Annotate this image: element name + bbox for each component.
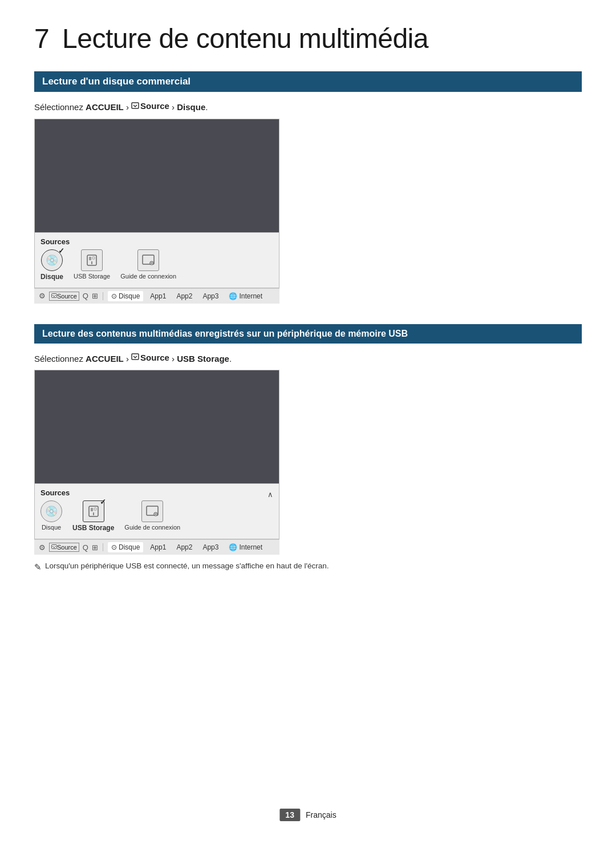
taskbar-disc-label-2: Disque (119, 543, 140, 551)
chapter-title: 7 Lecture de contenu multimédia (34, 23, 582, 54)
taskbar-divider-1 (103, 292, 103, 300)
taskbar-internet-label-1: Internet (239, 292, 262, 300)
usb-svg-2 (87, 505, 100, 518)
taskbar-internet-btn-1[interactable]: 🌐 Internet (225, 291, 266, 301)
section-1-header: Lecture d'un disque commercial (34, 71, 582, 92)
taskbar-disc-btn-1[interactable]: ⊙ Disque (108, 291, 143, 301)
taskbar-1: ⚙ Source Q ⊞ ⊙ Disque App1 App2 App3 🌐 I… (34, 288, 279, 304)
usb-label-1: USB Storage (74, 273, 110, 280)
taskbar-divider-2 (103, 543, 103, 551)
taskbar-source-text-2: Source (57, 544, 77, 551)
guide-svg-2 (145, 505, 159, 518)
section-1: Lecture d'un disque commercial Sélection… (34, 71, 582, 304)
section-2: Lecture des contenus multimédias enregis… (34, 324, 582, 573)
up-arrow-indicator: ∧ (268, 490, 273, 499)
source-item-usb-1[interactable]: USB Storage (74, 249, 110, 280)
taskbar-internet-btn-2[interactable]: 🌐 Internet (225, 542, 266, 552)
usb-icon-2: ✓ (83, 500, 104, 522)
svg-rect-0 (132, 103, 139, 108)
section-1-instruction: Sélectionnez ACCUEIL › Source › Disque. (34, 101, 582, 112)
sources-label-2: Sources (40, 488, 70, 497)
disc-icon-1: 💿 ✓ (41, 249, 63, 271)
taskbar-disc-icon-2: ⊙ (111, 543, 117, 551)
source-item-guide-1[interactable]: Guide de connexion (120, 249, 176, 280)
taskbar-2: ⚙ Source Q ⊞ ⊙ Disque App1 App2 App3 🌐 I… (34, 539, 279, 555)
guide-label-1: Guide de connexion (120, 273, 176, 280)
taskbar-disc-icon-1: ⊙ (111, 292, 117, 300)
checkmark-1: ✓ (58, 247, 64, 255)
section-2-header: Lecture des contenus multimédias enregis… (34, 324, 582, 344)
taskbar-search-icon-2: Q (83, 543, 88, 552)
tv-screen-2-container: Sources ∧ 💿 Disque (34, 370, 279, 555)
taskbar-disc-btn-2[interactable]: ⊙ Disque (108, 542, 143, 552)
source-item-guide-2[interactable]: Guide de connexion (124, 500, 180, 531)
taskbar-source-box-1[interactable]: Source (49, 292, 79, 301)
section-2-instruction: Sélectionnez ACCUEIL › Source › USB Stor… (34, 353, 582, 364)
sources-row-1: 💿 ✓ Disque USB Storag (40, 249, 273, 281)
source-icon-inline (131, 102, 139, 110)
taskbar-source-icon-2 (51, 544, 57, 550)
disc-label-2: Disque (42, 524, 61, 531)
taskbar-source-text-1: Source (57, 293, 77, 300)
tv-screen-1 (34, 119, 279, 233)
taskbar-source-icon-1 (51, 293, 57, 299)
taskbar-internet-label-2: Internet (239, 543, 262, 551)
guide-label-2: Guide de connexion (124, 524, 180, 531)
svg-rect-12 (91, 508, 93, 511)
usb-icon-1 (81, 249, 103, 271)
tv-bottom-bar-1: Sources 💿 ✓ Disque (34, 233, 279, 288)
source-item-usb-2[interactable]: ✓ USB Storage (72, 500, 114, 532)
svg-rect-10 (132, 354, 139, 360)
source-icon-inline-2 (131, 353, 139, 361)
taskbar-app1-btn-1[interactable]: App1 (147, 291, 169, 301)
disc-icon-2: 💿 (40, 500, 62, 522)
taskbar-internet-icon-1: 🌐 (229, 292, 237, 300)
tv-bottom-bar-2: Sources ∧ 💿 Disque (34, 484, 279, 539)
taskbar-app3-btn-1[interactable]: App3 (199, 291, 222, 301)
taskbar-app3-btn-2[interactable]: App3 (199, 542, 222, 552)
taskbar-grid-icon-1: ⊞ (92, 292, 98, 300)
chapter-title-text: Lecture de contenu multimédia (62, 23, 428, 54)
taskbar-app2-btn-2[interactable]: App2 (173, 542, 196, 552)
taskbar-disc-label-1: Disque (119, 292, 140, 300)
svg-rect-3 (92, 257, 95, 259)
guide-svg-1 (141, 254, 155, 266)
chapter-number: 7 (34, 23, 49, 54)
usb-svg-1 (86, 254, 98, 266)
svg-rect-2 (89, 257, 91, 260)
disc-label-1: Disque (40, 273, 63, 281)
usb-label-2: USB Storage (72, 524, 114, 532)
taskbar-app2-btn-1[interactable]: App2 (173, 291, 196, 301)
tv-screen-2 (34, 370, 279, 484)
note-pencil-icon: ✎ (34, 562, 42, 572)
taskbar-source-box-2[interactable]: Source (49, 543, 79, 552)
source-item-disc-1[interactable]: 💿 ✓ Disque (40, 249, 63, 281)
taskbar-app1-btn-2[interactable]: App1 (147, 542, 169, 552)
guide-icon-1 (137, 249, 159, 271)
checkmark-2: ✓ (100, 498, 106, 506)
taskbar-gear-icon-2: ⚙ (39, 543, 46, 552)
taskbar-internet-icon-2: 🌐 (229, 543, 237, 551)
guide-icon-2 (141, 500, 163, 522)
page-language: Français (306, 810, 337, 819)
note-text-content: Lorsqu'un périphérique USB est connecté,… (45, 562, 329, 570)
source-item-disc-2[interactable]: 💿 Disque (40, 500, 62, 531)
taskbar-gear-icon-1: ⚙ (39, 292, 46, 300)
page-footer: 13 Français (279, 809, 336, 821)
taskbar-search-icon-1: Q (83, 292, 88, 300)
sources-label-1: Sources (40, 237, 273, 246)
note-usb: ✎ Lorsqu'un périphérique USB est connect… (34, 562, 582, 572)
tv-screen-1-container: Sources 💿 ✓ Disque (34, 119, 279, 304)
taskbar-grid-icon-2: ⊞ (92, 543, 98, 552)
svg-rect-13 (94, 508, 96, 510)
page-number: 13 (279, 809, 300, 821)
sources-row-2: 💿 Disque ✓ USB Storag (40, 500, 273, 532)
